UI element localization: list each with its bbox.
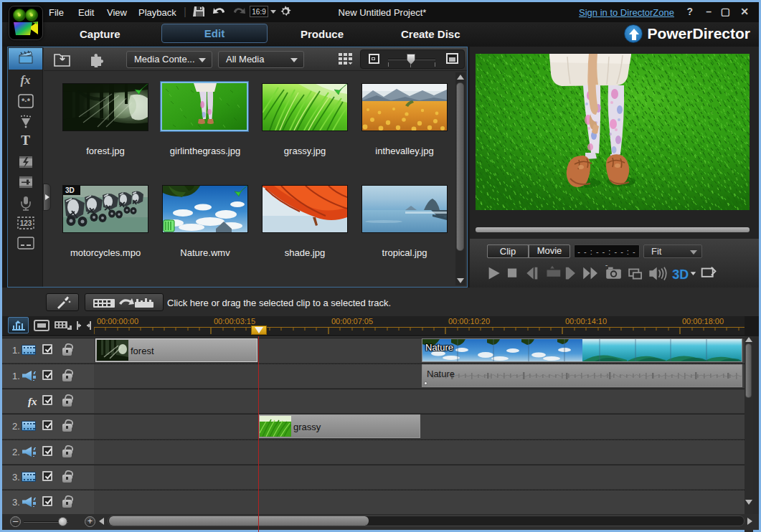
- svg-text:3D: 3D: [672, 267, 689, 282]
- svg-text:00:00:07:05: 00:00:07:05: [331, 317, 373, 326]
- svg-text:123: 123: [19, 219, 32, 227]
- svg-text:00:00:10:20: 00:00:10:20: [448, 317, 490, 326]
- svg-text:00:00:03:15: 00:00:03:15: [214, 317, 255, 326]
- svg-text:00:00:00:00: 00:00:00:00: [97, 317, 138, 326]
- svg-text:*·*: *·*: [21, 97, 30, 105]
- svg-text:00:00:14:10: 00:00:14:10: [565, 317, 607, 326]
- svg-text:00:00:18:00: 00:00:18:00: [682, 317, 724, 326]
- svg-text:3D: 3D: [65, 186, 75, 194]
